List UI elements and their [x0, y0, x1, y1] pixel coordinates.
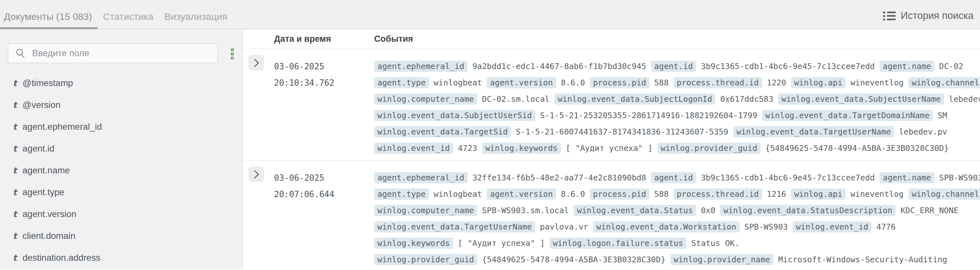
- event-field-key[interactable]: agent.type: [374, 77, 429, 88]
- event-field-key[interactable]: process.thread.id: [673, 189, 762, 200]
- event-field-value: {54849625-5478-4994-A5BA-3E3B0328C30D}: [482, 255, 665, 264]
- tab-statistics[interactable]: Статистика: [97, 0, 159, 29]
- row-time: 20:10:34.762: [274, 75, 374, 91]
- event-field-value: [ "Аудит успеха" ]: [566, 144, 653, 153]
- event-field-key[interactable]: winlog.event_data.TargetUserName: [733, 126, 894, 137]
- event-field-value: SM: [938, 111, 947, 120]
- event-field-key[interactable]: winlog.event_data.SubjectLogonId: [555, 93, 716, 105]
- event-field-value: 32ffe134-f6b5-48e2-aa77-4e2c81090bd8: [473, 173, 646, 182]
- tab-documents[interactable]: Документы (15 083): [0, 0, 97, 29]
- event-field-value: SPB-WS903: [745, 222, 788, 232]
- event-field-key[interactable]: agent.ephemeral_id: [374, 172, 468, 183]
- event-field-key[interactable]: winlog.event_data.Workstation: [593, 221, 740, 232]
- field-list-item[interactable]: t agent.id: [0, 138, 243, 160]
- expand-row-button[interactable]: [248, 166, 264, 182]
- chevron-right-icon: [253, 58, 259, 68]
- field-list-item[interactable]: t @version: [0, 94, 243, 116]
- field-list-item[interactable]: t destination.address: [0, 247, 243, 269]
- event-field-value: lebedev.pv: [899, 127, 947, 136]
- field-list-item[interactable]: t agent.version: [0, 203, 243, 225]
- event-field-key[interactable]: agent.name: [880, 172, 934, 183]
- field-list: t @timestamp t @version t agent.ephemera…: [0, 72, 243, 269]
- event-field-value: 4776: [877, 222, 896, 232]
- chevron-right-icon: [253, 169, 259, 179]
- event-field-key[interactable]: winlog.computer_name: [374, 205, 477, 216]
- event-field-key[interactable]: winlog.event_data.TargetUserName: [374, 221, 535, 232]
- event-field-key[interactable]: agent.name: [880, 61, 934, 72]
- event-field-key[interactable]: winlog.provider_name: [670, 254, 773, 265]
- event-field-value: 9a2bdd1c-edc1-4467-8ab6-f1b7bd30c945: [473, 62, 646, 71]
- event-line: winlog.event_data.SubjectUserSidS-1-5-21…: [374, 107, 980, 124]
- event-field-value: 8.6.0: [561, 189, 585, 199]
- event-field-key[interactable]: winlog.provider_guid: [374, 254, 477, 265]
- event-field-key[interactable]: winlog.event_id: [374, 142, 453, 154]
- event-field-key[interactable]: winlog.api: [791, 189, 846, 200]
- text-type-icon: t: [13, 144, 22, 153]
- event-field-key[interactable]: agent.version: [487, 77, 556, 88]
- event-field-value: winlogbeat: [434, 78, 482, 87]
- event-field-value: 0x0: [701, 206, 715, 215]
- event-field-key[interactable]: winlog.event_data.SubjectUserSid: [374, 110, 535, 121]
- event-field-key[interactable]: winlog.channel: [908, 189, 980, 200]
- expand-row-button[interactable]: [248, 55, 264, 70]
- event-line: winlog.computer_nameDC-02.sm.localwinlog…: [374, 91, 980, 107]
- events-table: Дата и время События 03-06-2025 20:10:34…: [243, 29, 980, 269]
- field-list-item[interactable]: t agent.name: [0, 160, 243, 181]
- event-line: agent.ephemeral_id9a2bdd1c-edc1-4467-8ab…: [374, 58, 980, 75]
- event-field-key[interactable]: agent.id: [651, 61, 696, 72]
- field-name: destination.address: [22, 252, 100, 263]
- green-squares-menu-icon[interactable]: [230, 47, 235, 61]
- event-line: winlog.event_id4723winlog.keywords[ "Ауд…: [374, 140, 980, 157]
- event-field-key[interactable]: agent.type: [374, 189, 429, 200]
- event-field-key[interactable]: winlog.event_id: [792, 221, 872, 232]
- event-field-value: wineventlog: [850, 189, 904, 199]
- event-field-value: Microsoft-Windows-Security-Auditing: [778, 255, 947, 264]
- event-line: winlog.computer_nameSPB-WS903.sm.localwi…: [374, 202, 980, 219]
- field-list-item[interactable]: t client.domain: [0, 225, 243, 247]
- field-search-box[interactable]: [8, 43, 218, 63]
- fields-sidebar: t @timestamp t @version t agent.ephemera…: [0, 29, 243, 269]
- event-field-key[interactable]: winlog.keywords: [374, 238, 453, 249]
- event-field-key[interactable]: winlog.event_data.TargetSid: [374, 126, 511, 137]
- event-field-value: pavlova.vr: [540, 222, 589, 232]
- text-type-icon: t: [13, 209, 22, 219]
- row-date: 03-06-2025: [274, 58, 374, 75]
- event-field-key[interactable]: winlog.provider_guid: [657, 142, 760, 154]
- text-type-icon: t: [13, 166, 22, 175]
- row-date: 03-06-2025: [274, 169, 374, 186]
- event-field-value: wineventlog: [850, 78, 904, 87]
- event-field-key[interactable]: winlog.computer_name: [374, 93, 477, 105]
- event-field-key[interactable]: agent.id: [651, 172, 696, 183]
- search-history-label: История поиска: [901, 10, 974, 21]
- event-field-key[interactable]: winlog.event_data.SubjectUserName: [778, 93, 944, 105]
- datetime-cell: 03-06-2025 20:10:34.762: [274, 49, 374, 160]
- event-field-key[interactable]: process.pid: [590, 77, 649, 88]
- event-field-key[interactable]: process.thread.id: [673, 77, 762, 88]
- event-field-key[interactable]: process.pid: [590, 189, 649, 200]
- event-field-key[interactable]: winlog.logon.failure.status: [550, 238, 686, 249]
- event-field-key[interactable]: agent.ephemeral_id: [374, 61, 468, 72]
- field-list-item[interactable]: t agent.type: [0, 181, 243, 203]
- event-field-key[interactable]: winlog.channel: [908, 77, 980, 88]
- search-history-button[interactable]: История поиска: [883, 0, 974, 29]
- event-field-key[interactable]: winlog.event_data.TargetDomainName: [762, 110, 933, 121]
- event-field-key[interactable]: agent.version: [487, 189, 556, 200]
- event-field-value: DC-02.sm.local: [482, 94, 550, 104]
- event-field-key[interactable]: winlog.event_data.StatusDescription: [720, 205, 896, 216]
- tab-bar: Документы (15 083) Статистика Визуализац…: [0, 0, 233, 29]
- list-icon: [883, 11, 896, 21]
- field-search-input[interactable]: [32, 44, 217, 63]
- event-field-value: 0x617ddc583: [720, 94, 773, 104]
- text-type-icon: t: [13, 231, 22, 241]
- field-list-item[interactable]: t @timestamp: [0, 72, 243, 94]
- event-line: agent.typewinlogbeatagent.version8.6.0pr…: [374, 186, 980, 202]
- field-name: @timestamp: [22, 78, 73, 88]
- tab-visualization[interactable]: Визуализация: [159, 0, 233, 29]
- event-field-key[interactable]: winlog.api: [791, 77, 846, 88]
- event-field-key[interactable]: winlog.keywords: [482, 142, 561, 154]
- event-field-key[interactable]: winlog.event_data.Status: [574, 205, 696, 216]
- text-type-icon: t: [13, 187, 22, 197]
- search-icon: [15, 48, 25, 58]
- event-field-value: SPB-WS903.sm.local: [482, 206, 569, 215]
- field-list-item[interactable]: t agent.ephemeral_id: [0, 116, 243, 138]
